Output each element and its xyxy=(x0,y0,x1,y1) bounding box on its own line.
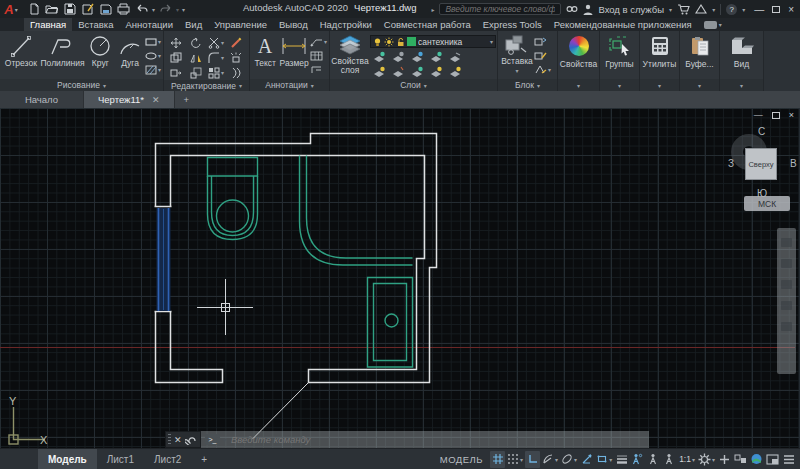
viewcube-north[interactable]: С xyxy=(758,126,765,137)
toilet-drain-circle[interactable] xyxy=(217,200,249,232)
layer-on-button[interactable] xyxy=(373,66,386,78)
alert-icon[interactable] xyxy=(695,4,707,14)
plus-customize-button[interactable] xyxy=(717,451,732,468)
rectangle-tool-button[interactable]: ▾ xyxy=(145,35,161,48)
ribbon-tab-7[interactable]: Совместная работа xyxy=(378,18,477,31)
ribbon-tab-9[interactable]: Рекомендованные приложения xyxy=(548,18,698,31)
polyline-button[interactable]: Полилиния xyxy=(40,33,86,79)
utilities-button[interactable]: Утилиты xyxy=(642,33,677,79)
viewcube-face-top[interactable]: Сверху xyxy=(745,148,777,180)
layout-tab-model[interactable]: Модель xyxy=(38,449,97,469)
app-menu-button[interactable]: A ▾ xyxy=(0,1,22,17)
viewcube[interactable]: С В Ю З Сверху xyxy=(728,126,796,202)
dimension-button[interactable]: Размер xyxy=(278,33,310,79)
layer-select-dropdown[interactable]: сантехника ▾ xyxy=(370,35,496,48)
toilet-bowl-inner[interactable] xyxy=(212,176,254,236)
ortho-toggle[interactable] xyxy=(525,451,540,468)
zoom-icon[interactable] xyxy=(781,259,792,268)
ribbon-extra-tool[interactable]: ▾ xyxy=(698,18,728,31)
mirror-button[interactable] xyxy=(190,52,202,64)
panel-groups-expand[interactable]: ▾ xyxy=(600,79,639,91)
create-block-button[interactable] xyxy=(534,35,551,48)
ribbon-tab-2[interactable]: Аннотации xyxy=(119,18,179,31)
dim-style-button[interactable] xyxy=(310,63,327,76)
trim-button[interactable]: ▾ xyxy=(208,37,224,49)
wheel-icon[interactable] xyxy=(781,301,792,310)
toilet-bowl-outer[interactable] xyxy=(208,176,258,240)
qat-customize-dropdown[interactable]: ▾ xyxy=(182,6,185,13)
panel-layers-title[interactable]: Слои▾ xyxy=(330,79,497,91)
shower-tray-outer[interactable] xyxy=(368,278,413,368)
layer-match-button[interactable] xyxy=(449,51,462,63)
help-search-input[interactable] xyxy=(443,3,557,15)
search-collapse-icon[interactable]: ▸ xyxy=(431,6,434,13)
command-input[interactable] xyxy=(229,433,645,446)
grid-toggle[interactable] xyxy=(490,451,505,468)
annotation-visibility-toggle[interactable] xyxy=(630,451,645,468)
doc-close-button[interactable]: × xyxy=(789,110,794,120)
edit-block-button[interactable] xyxy=(534,49,551,62)
command-prompt-icon[interactable]: >_ xyxy=(205,434,220,445)
fillet-button[interactable]: ▾ xyxy=(208,52,224,64)
help-icon[interactable]: ? xyxy=(726,4,737,15)
help-search-box[interactable] xyxy=(439,3,561,15)
array-button[interactable]: ▾ xyxy=(208,67,224,79)
redo-dropdown[interactable]: ▾ xyxy=(176,6,179,13)
panel-properties-expand[interactable]: ▾ xyxy=(558,79,599,91)
help-dropdown[interactable]: ▾ xyxy=(742,6,745,13)
scale-button[interactable] xyxy=(190,67,202,79)
panel-view-expand[interactable]: ▾ xyxy=(720,79,763,91)
lineweight-toggle[interactable] xyxy=(614,451,629,468)
arc-button[interactable]: Дуга xyxy=(115,33,145,79)
layout-add-button[interactable]: + xyxy=(191,449,217,469)
drag-handle-icon[interactable] xyxy=(168,434,171,445)
annotation-scale-value[interactable]: 1:1▾ xyxy=(678,451,696,468)
store-cart-icon[interactable] xyxy=(677,4,690,15)
save-as-button[interactable] xyxy=(80,3,95,16)
panel-clipboard-expand[interactable]: ▾ xyxy=(680,79,719,91)
wrench-icon[interactable] xyxy=(185,434,196,445)
recent-commands-dropdown[interactable]: ▾ xyxy=(223,436,226,443)
leader-button[interactable]: ▾ xyxy=(310,35,327,48)
undo-button[interactable] xyxy=(134,3,149,16)
layer-properties-button[interactable]: Свойстваслоя xyxy=(332,33,368,79)
move-button[interactable] xyxy=(170,37,182,49)
ribbon-tab-6[interactable]: Надстройки xyxy=(314,18,378,31)
sign-in-label[interactable]: Вход в службы xyxy=(598,4,664,15)
panel-utilities-expand[interactable]: ▾ xyxy=(640,79,679,91)
explode-button[interactable] xyxy=(230,52,242,64)
layer-unlock-button[interactable] xyxy=(411,66,424,78)
rotate-button[interactable] xyxy=(190,37,202,49)
sign-in-dropdown[interactable]: ▾ xyxy=(669,6,672,13)
bathtub-inner[interactable] xyxy=(307,156,413,259)
object-snap-toggle[interactable]: ▾ xyxy=(595,451,613,468)
pan-icon[interactable] xyxy=(781,238,792,247)
erase-button[interactable] xyxy=(230,37,242,49)
new-file-button[interactable] xyxy=(26,3,41,16)
open-file-button[interactable] xyxy=(44,3,59,16)
file-tab-drawing[interactable]: Чертеж11* ✕ xyxy=(84,91,175,108)
navigation-bar[interactable] xyxy=(777,228,796,374)
showmotion-icon[interactable] xyxy=(781,322,792,331)
offset-button[interactable] xyxy=(230,67,242,79)
layer-freeze-button[interactable] xyxy=(411,51,424,63)
insert-block-button[interactable]: Вставка▾ xyxy=(500,33,534,79)
layer-thaw-button[interactable] xyxy=(392,66,405,78)
model-space-label[interactable]: МОДЕЛЬ xyxy=(440,454,483,465)
isolate-objects-button[interactable] xyxy=(733,451,748,468)
doc-minimize-button[interactable]: — xyxy=(754,110,763,120)
maximize-button[interactable] xyxy=(772,6,780,13)
panel-block-title[interactable]: Блок▾ xyxy=(498,79,557,91)
wcs-button[interactable]: МСК xyxy=(744,196,790,211)
circle-button[interactable]: Круг xyxy=(85,33,115,79)
groups-button[interactable]: Группы xyxy=(602,33,637,79)
search-icon[interactable] xyxy=(566,4,578,14)
isodraft-toggle[interactable]: ▾ xyxy=(560,451,578,468)
annotation-scale-button[interactable] xyxy=(662,451,677,468)
shower-tray-inner[interactable] xyxy=(374,284,407,361)
stretch-button[interactable] xyxy=(170,67,182,79)
drawing-canvas[interactable]: YX — × С В Ю З Сверху МСК ✕ xyxy=(0,108,800,448)
file-tab-start[interactable]: Начало xyxy=(0,91,84,108)
line-button[interactable]: Отрезок xyxy=(2,33,40,79)
command-line[interactable]: ✕ >_ ▾ xyxy=(165,431,649,448)
